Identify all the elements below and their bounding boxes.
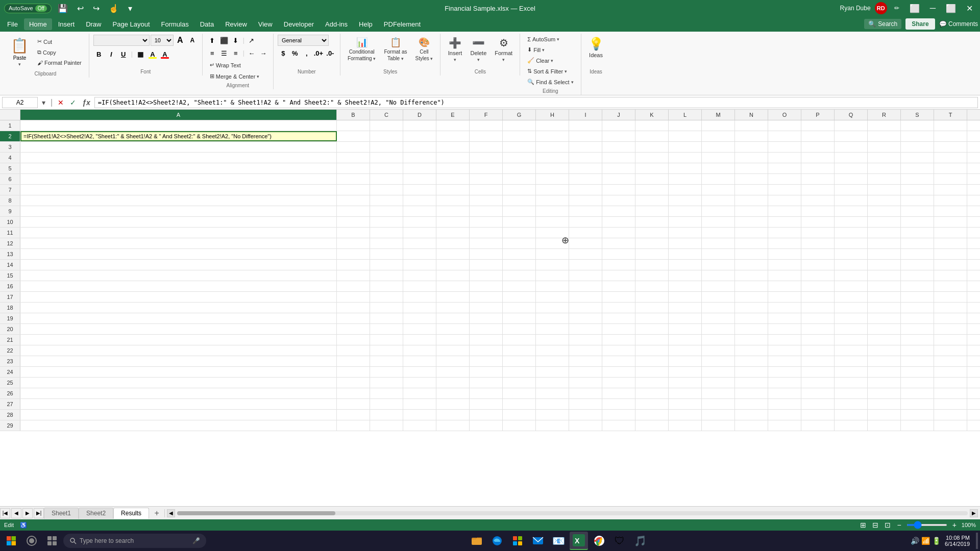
cell-m15[interactable]	[702, 270, 735, 281]
cell-m7[interactable]	[702, 185, 735, 195]
menu-addins[interactable]: Add-ins	[320, 18, 353, 30]
cell-u14[interactable]	[967, 260, 980, 270]
cell-j28[interactable]	[602, 410, 635, 420]
increase-decimal-btn[interactable]: .0+	[313, 47, 324, 59]
cell-m5[interactable]	[702, 163, 735, 173]
cell-g20[interactable]	[503, 324, 536, 334]
cell-c4[interactable]	[370, 153, 403, 163]
cell-k12[interactable]	[635, 238, 669, 248]
cell-a22[interactable]	[20, 345, 337, 356]
cell-t1[interactable]	[934, 120, 967, 131]
save-button[interactable]: 💾	[55, 3, 71, 14]
cell-f22[interactable]	[470, 345, 503, 356]
format-btn[interactable]: ⚙ Format ▾	[492, 35, 516, 64]
cell-r23[interactable]	[868, 356, 901, 366]
cell-d26[interactable]	[403, 388, 436, 398]
cell-n13[interactable]	[735, 249, 768, 259]
indent-decrease-btn[interactable]: ←	[246, 47, 257, 59]
cell-q19[interactable]	[835, 313, 868, 323]
sheet-scroll-left-begin[interactable]: |◀	[0, 508, 10, 518]
cell-u25[interactable]	[967, 378, 980, 388]
cell-b26[interactable]	[337, 388, 370, 398]
cell-t7[interactable]	[934, 185, 967, 195]
cell-o14[interactable]	[768, 260, 801, 270]
cell-b17[interactable]	[337, 292, 370, 302]
cell-t18[interactable]	[934, 303, 967, 313]
row-number-22[interactable]: 22	[0, 345, 20, 356]
cell-k1[interactable]	[635, 120, 669, 131]
cell-p18[interactable]	[801, 303, 835, 313]
cell-u18[interactable]	[967, 303, 980, 313]
cell-m14[interactable]	[702, 260, 735, 270]
cell-n12[interactable]	[735, 238, 768, 248]
cell-u1[interactable]	[967, 120, 980, 131]
cell-q20[interactable]	[835, 324, 868, 334]
cell-c10[interactable]	[370, 217, 403, 227]
cell-i28[interactable]	[569, 410, 602, 420]
cell-b20[interactable]	[337, 324, 370, 334]
cell-k23[interactable]	[635, 356, 669, 366]
autosum-btn[interactable]: Σ AutoSum ▾	[524, 35, 562, 44]
cell-g25[interactable]	[503, 378, 536, 388]
taskbar-mail-icon[interactable]	[529, 532, 547, 550]
cell-n17[interactable]	[735, 292, 768, 302]
cell-b5[interactable]	[337, 163, 370, 173]
cell-t2[interactable]	[934, 131, 967, 141]
cell-m12[interactable]	[702, 238, 735, 248]
font-color-btn[interactable]: A	[159, 48, 170, 60]
col-header-t[interactable]: T	[934, 110, 967, 120]
cell-h15[interactable]	[536, 270, 569, 281]
cell-g9[interactable]	[503, 206, 536, 216]
cell-f8[interactable]	[470, 195, 503, 206]
menu-view[interactable]: View	[253, 18, 278, 30]
maximize-button[interactable]: ⬜	[943, 3, 959, 14]
cell-j7[interactable]	[602, 185, 635, 195]
cell-e19[interactable]	[436, 313, 470, 323]
align-top-btn[interactable]: ⬆	[207, 35, 218, 46]
cell-f16[interactable]	[470, 281, 503, 291]
align-right-btn[interactable]: ≡	[230, 47, 241, 59]
row-number-4[interactable]: 4	[0, 153, 20, 163]
cell-t10[interactable]	[934, 217, 967, 227]
cell-c26[interactable]	[370, 388, 403, 398]
cell-j2[interactable]	[602, 131, 635, 141]
close-button[interactable]: ✕	[963, 3, 976, 14]
cell-b27[interactable]	[337, 399, 370, 409]
cell-j8[interactable]	[602, 195, 635, 206]
cell-i29[interactable]	[569, 420, 602, 431]
cell-s12[interactable]	[901, 238, 934, 248]
cell-c1[interactable]	[370, 120, 403, 131]
cell-b7[interactable]	[337, 185, 370, 195]
cell-j27[interactable]	[602, 399, 635, 409]
cell-l20[interactable]	[669, 324, 702, 334]
cell-j4[interactable]	[602, 153, 635, 163]
cell-g15[interactable]	[503, 270, 536, 281]
cell-r6[interactable]	[868, 174, 901, 184]
cell-g8[interactable]	[503, 195, 536, 206]
name-box-dropdown[interactable]: ▾	[40, 97, 47, 108]
cell-r22[interactable]	[868, 345, 901, 356]
taskbar-edge-icon[interactable]	[488, 532, 506, 550]
cell-t27[interactable]	[934, 399, 967, 409]
cell-o18[interactable]	[768, 303, 801, 313]
bold-btn[interactable]: B	[93, 48, 105, 60]
cell-k15[interactable]	[635, 270, 669, 281]
cell-c22[interactable]	[370, 345, 403, 356]
cell-g23[interactable]	[503, 356, 536, 366]
cell-j6[interactable]	[602, 174, 635, 184]
cell-k20[interactable]	[635, 324, 669, 334]
cell-d29[interactable]	[403, 420, 436, 431]
cell-q6[interactable]	[835, 174, 868, 184]
cell-i18[interactable]	[569, 303, 602, 313]
cell-i26[interactable]	[569, 388, 602, 398]
share-ribbon-btn[interactable]: Share	[905, 18, 935, 30]
cell-f10[interactable]	[470, 217, 503, 227]
cell-k3[interactable]	[635, 142, 669, 152]
cell-d27[interactable]	[403, 399, 436, 409]
cell-s8[interactable]	[901, 195, 934, 206]
cell-q1[interactable]	[835, 120, 868, 131]
cell-j15[interactable]	[602, 270, 635, 281]
cell-g16[interactable]	[503, 281, 536, 291]
cell-s14[interactable]	[901, 260, 934, 270]
cell-d2[interactable]	[403, 131, 436, 141]
